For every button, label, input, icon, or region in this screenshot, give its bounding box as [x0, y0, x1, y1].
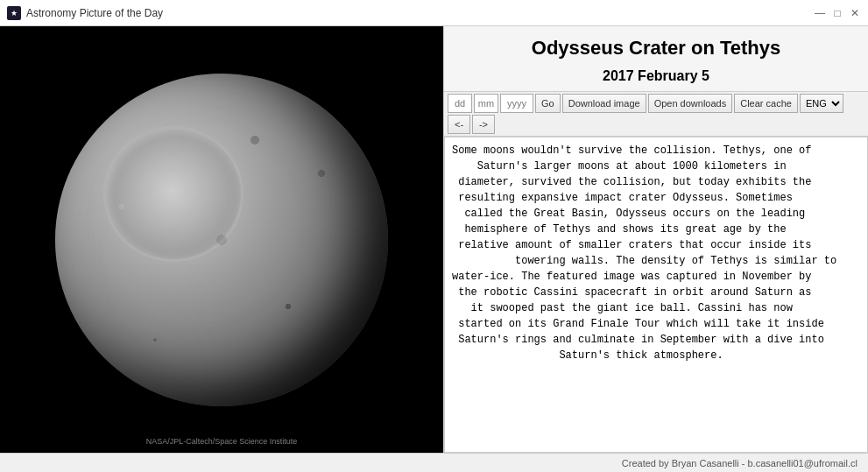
next-button[interactable]: ->: [472, 115, 495, 134]
toolbar: Go Download image Open downloads Clear c…: [444, 91, 868, 137]
window-title: Astronomy Picture of the Day: [26, 7, 163, 19]
close-button[interactable]: ✕: [849, 7, 861, 19]
title-bar: ★ Astronomy Picture of the Day — □ ✕: [0, 0, 868, 26]
title-bar-controls: — □ ✕: [814, 7, 861, 19]
apod-image: [0, 26, 443, 453]
app-icon-symbol: ★: [11, 9, 18, 18]
prev-button[interactable]: <-: [448, 115, 470, 134]
language-select[interactable]: ENG: [800, 94, 843, 113]
day-input[interactable]: [448, 94, 472, 113]
open-downloads-button[interactable]: Open downloads: [648, 94, 733, 113]
right-panel: Odysseus Crater on Tethys 2017 February …: [443, 26, 868, 453]
status-bar: Created by Bryan Casanelli - b.casanelli…: [0, 453, 868, 472]
month-input[interactable]: [474, 94, 498, 113]
apod-title: Odysseus Crater on Tethys: [444, 26, 868, 65]
image-caption: NASA/JPL-Caltech/Space Science Institute: [0, 437, 443, 446]
image-panel: NASA/JPL-Caltech/Space Science Institute: [0, 26, 443, 453]
year-input[interactable]: [500, 94, 533, 113]
clear-cache-button[interactable]: Clear cache: [734, 94, 798, 113]
minimize-button[interactable]: —: [814, 7, 826, 19]
description-area[interactable]: Some moons wouldn't survive the collisio…: [444, 137, 868, 453]
download-button[interactable]: Download image: [562, 94, 646, 113]
moon-texture: [55, 74, 388, 406]
maximize-button[interactable]: □: [831, 7, 843, 19]
apod-date: 2017 February 5: [444, 65, 868, 91]
status-credit: Created by Bryan Casanelli - b.casanelli…: [622, 458, 857, 468]
title-bar-left: ★ Astronomy Picture of the Day: [7, 6, 163, 20]
moon-visual: [55, 74, 388, 406]
go-button[interactable]: Go: [535, 94, 561, 113]
description-text: Some moons wouldn't survive the collisio…: [452, 143, 860, 363]
app-icon: ★: [7, 6, 21, 20]
main-content: NASA/JPL-Caltech/Space Science Institute…: [0, 26, 868, 453]
